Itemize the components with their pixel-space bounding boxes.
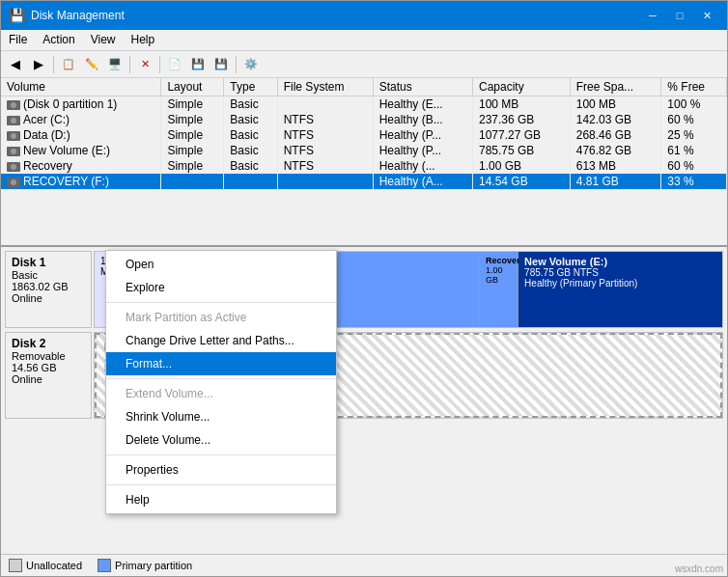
table-cell-2-2: Basic: [224, 127, 277, 143]
ctx-item-format---[interactable]: Format...: [106, 352, 336, 375]
table-cell-2-6: 268.46 GB: [570, 127, 661, 143]
disk1-type: Basic: [12, 269, 85, 281]
table-row[interactable]: Acer (C:)SimpleBasicNTFSHealthy (B...237…: [1, 112, 727, 127]
col-status[interactable]: Status: [373, 78, 472, 96]
table-cell-1-1: Simple: [161, 112, 224, 127]
table-row[interactable]: (Disk 0 partition 1)SimpleBasicHealthy (…: [1, 96, 727, 113]
table-cell-1-2: Basic: [224, 112, 277, 127]
ctx-item-open[interactable]: Open: [106, 253, 336, 276]
menu-help[interactable]: Help: [124, 30, 163, 50]
col-type[interactable]: Type: [224, 78, 277, 96]
col-capacity[interactable]: Capacity: [472, 78, 570, 96]
ctx-item-delete-volume---[interactable]: Delete Volume...: [106, 428, 336, 452]
table-cell-0-0: (Disk 0 partition 1): [1, 96, 161, 113]
table-row[interactable]: Data (D:)SimpleBasicNTFSHealthy (P...107…: [1, 127, 727, 143]
toolbar-btn-4[interactable]: 📄: [164, 54, 185, 75]
col-layout[interactable]: Layout: [161, 78, 224, 96]
toolbar-btn-5[interactable]: 💾: [187, 54, 209, 75]
disk2-name: Disk 2: [12, 337, 85, 350]
table-row[interactable]: New Volume (E:)SimpleBasicNTFSHealthy (P…: [1, 143, 727, 158]
toolbar-separator-3: [159, 56, 160, 73]
disk-icon: [7, 131, 20, 141]
table-cell-2-4: Healthy (P...: [373, 127, 472, 143]
table-cell-3-4: Healthy (P...: [373, 143, 472, 158]
title-buttons: ─ □ ✕: [640, 7, 719, 24]
table-cell-4-0: Recovery: [1, 158, 161, 174]
settings-button[interactable]: ⚙️: [240, 54, 262, 75]
disk-icon: [7, 147, 20, 156]
table-cell-3-2: Basic: [224, 143, 277, 158]
ctx-separator-12: [106, 484, 336, 485]
title-bar-left: 💾 Disk Management: [9, 8, 125, 23]
ctx-item-shrink-volume---[interactable]: Shrink Volume...: [106, 405, 336, 428]
toolbar-btn-6[interactable]: 💾: [210, 54, 232, 75]
table-cell-2-1: Simple: [161, 127, 224, 143]
main-content: Volume Layout Type File System Status Ca…: [1, 78, 727, 576]
disk1-status: Online: [12, 292, 85, 304]
table-cell-3-5: 785.75 GB: [472, 143, 570, 158]
table-cell-5-2: [224, 174, 277, 189]
back-button[interactable]: ◀: [5, 54, 26, 75]
toolbar: ◀ ▶ 📋 ✏️ 🖥️ ✕ 📄 💾 💾 ⚙️: [1, 51, 727, 78]
disk1-partition-recovery[interactable]: Recovery 1.00 GB: [480, 252, 518, 327]
table-cell-2-3: NTFS: [277, 127, 373, 143]
table-cell-5-5: 14.54 GB: [472, 174, 570, 189]
ctx-separator-6: [106, 378, 336, 379]
col-pct[interactable]: % Free: [661, 78, 727, 96]
forward-button[interactable]: ▶: [28, 54, 49, 75]
table-cell-0-2: Basic: [224, 96, 277, 113]
toolbar-btn-3[interactable]: 🖥️: [104, 54, 126, 75]
table-cell-4-5: 1.00 GB: [472, 158, 570, 174]
table-cell-4-3: NTFS: [277, 158, 373, 174]
watermark: wsxdn.com: [675, 563, 723, 574]
ctx-item-properties[interactable]: Properties: [106, 458, 336, 481]
delete-button[interactable]: ✕: [134, 54, 155, 75]
disk-icon: [7, 116, 20, 125]
disk1-name: Disk 1: [12, 256, 85, 269]
table-cell-4-6: 613 MB: [570, 158, 661, 174]
table-cell-5-7: 33 %: [661, 174, 727, 189]
volume-table: Volume Layout Type File System Status Ca…: [1, 78, 727, 189]
ctx-item-help[interactable]: Help: [106, 488, 336, 511]
disk2-size: 14.56 GB: [12, 362, 85, 373]
disk2-type: Removable: [12, 350, 85, 362]
col-fs[interactable]: File System: [277, 78, 373, 96]
table-cell-4-1: Simple: [161, 158, 224, 174]
table-cell-5-1: [161, 174, 224, 189]
table-row[interactable]: RECOVERY (F:)Healthy (A...14.54 GB4.81 G…: [1, 174, 727, 189]
table-cell-0-7: 100 %: [661, 96, 727, 113]
maximize-button[interactable]: □: [667, 7, 692, 24]
volume-table-area[interactable]: Volume Layout Type File System Status Ca…: [1, 78, 727, 247]
ctx-item-extend-volume---: Extend Volume...: [106, 382, 336, 405]
col-volume[interactable]: Volume: [1, 78, 161, 96]
disk1-partition-newvol[interactable]: New Volume (E:) 785.75 GB NTFS Healthy (…: [518, 252, 722, 327]
table-row[interactable]: RecoverySimpleBasicNTFSHealthy (...1.00 …: [1, 158, 727, 174]
toolbar-btn-1[interactable]: 📋: [58, 54, 79, 75]
table-cell-3-7: 61 %: [661, 143, 727, 158]
window-icon: 💾: [9, 8, 25, 23]
menu-file[interactable]: File: [1, 30, 35, 50]
newvol-size: 785.75 GB NTFS: [524, 267, 716, 278]
table-cell-1-4: Healthy (B...: [373, 112, 472, 127]
table-cell-0-6: 100 MB: [570, 96, 661, 113]
close-button[interactable]: ✕: [694, 7, 719, 24]
ctx-item-mark-partition-as-active: Mark Partition as Active: [106, 306, 336, 329]
title-bar: 💾 Disk Management ─ □ ✕: [1, 1, 727, 30]
table-cell-0-5: 100 MB: [472, 96, 570, 113]
menu-action[interactable]: Action: [35, 30, 82, 50]
toolbar-btn-2[interactable]: ✏️: [81, 54, 102, 75]
menu-view[interactable]: View: [83, 30, 124, 50]
table-cell-3-3: NTFS: [277, 143, 373, 158]
ctx-separator-2: [106, 302, 336, 303]
window-title: Disk Management: [31, 9, 125, 22]
table-cell-4-7: 60 %: [661, 158, 727, 174]
minimize-button[interactable]: ─: [640, 7, 665, 24]
ctx-item-explore[interactable]: Explore: [106, 276, 336, 299]
table-cell-4-2: Basic: [224, 158, 277, 174]
col-free[interactable]: Free Spa...: [570, 78, 661, 96]
ctx-item-change-drive-letter-and-paths---[interactable]: Change Drive Letter and Paths...: [106, 329, 336, 352]
table-cell-5-3: [277, 174, 373, 189]
legend-unallocated: Unallocated: [9, 559, 82, 572]
disk1-size: 1863.02 GB: [12, 281, 85, 292]
context-menu: OpenExploreMark Partition as ActiveChang…: [105, 250, 337, 514]
